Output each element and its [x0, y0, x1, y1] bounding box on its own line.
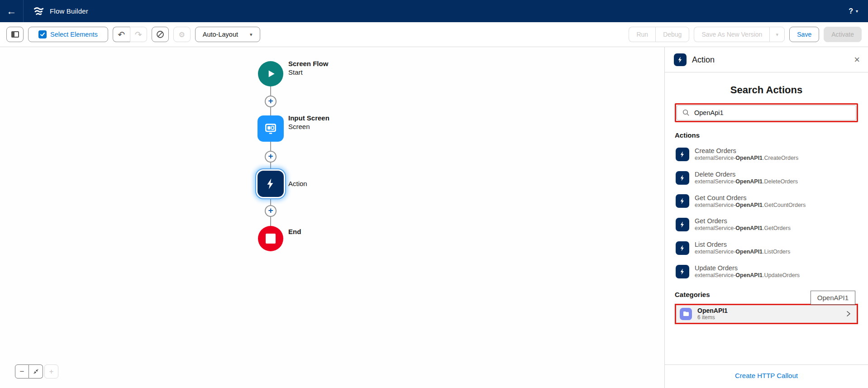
search-field [677, 105, 856, 120]
panel-header: Action × [665, 47, 868, 72]
lightning-icon [264, 177, 277, 190]
start-node[interactable] [258, 61, 283, 86]
start-node-label: Screen Flow Start [288, 60, 328, 76]
action-node-label: Action [288, 180, 307, 187]
action-node-selected[interactable] [258, 171, 284, 197]
subtitle-bold: OpenAPI1 [735, 155, 763, 161]
top-navbar: ← Flow Builder ? ▾ [0, 0, 868, 22]
action-item-subtitle: externalService-OpenAPI1.CreateOrders [695, 155, 798, 162]
activate-button[interactable]: Activate [824, 27, 862, 42]
panel-body: Search Actions Actions [665, 72, 868, 364]
redo-icon: ↷ [135, 30, 142, 39]
action-item-title: Update Orders [695, 264, 800, 272]
activate-label: Activate [831, 31, 854, 38]
action-item-title: Delete Orders [695, 170, 798, 178]
action-list-item[interactable]: Create Orders externalService-OpenAPI1.C… [675, 144, 858, 164]
lightning-icon [676, 265, 689, 278]
action-item-subtitle: externalService-OpenAPI1.GetOrders [695, 225, 791, 232]
action-list-item[interactable]: Get Orders externalService-OpenAPI1.GetO… [675, 215, 858, 235]
action-item-text: Get Orders externalService-OpenAPI1.GetO… [695, 217, 791, 232]
lightning-icon [676, 241, 689, 255]
select-elements-button[interactable]: Select Elements [28, 27, 108, 42]
action-list-item[interactable]: Update Orders externalService-OpenAPI1.U… [675, 262, 858, 282]
actions-section-heading: Actions [675, 131, 858, 139]
subtitle-bold: OpenAPI1 [735, 225, 763, 231]
auto-layout-select[interactable]: Auto-Layout ▾ [195, 27, 260, 42]
search-actions-input[interactable] [694, 109, 850, 116]
select-elements-label: Select Elements [50, 31, 98, 38]
chevron-down-icon: ▾ [250, 32, 253, 38]
zoom-in-button[interactable]: + [44, 364, 58, 378]
subtitle-prefix: externalService- [695, 249, 735, 255]
category-count: 6 items [697, 314, 728, 321]
gear-icon: ⚙ [179, 30, 185, 39]
action-lightning-icon [674, 53, 687, 66]
subtitle-bold: OpenAPI1 [735, 178, 763, 185]
action-item-title: List Orders [695, 240, 790, 249]
lightning-icon [676, 171, 689, 185]
add-element-button-2[interactable]: + [265, 151, 277, 163]
collapse-arrows-icon [33, 368, 39, 375]
plus-icon: + [49, 367, 54, 376]
flow-canvas[interactable]: Screen Flow Start + Input Screen Screen [0, 47, 664, 388]
close-icon[interactable]: × [854, 55, 860, 65]
search-icon [682, 109, 690, 116]
action-item-title: Get Count Orders [695, 194, 806, 202]
start-node-subtitle: Start [288, 68, 328, 76]
help-menu[interactable]: ? ▾ [849, 7, 858, 15]
action-item-text: Create Orders externalService-OpenAPI1.C… [695, 147, 798, 162]
save-button[interactable]: Save [789, 27, 819, 42]
action-item-subtitle: externalService-OpenAPI1.DeleteOrders [695, 178, 798, 186]
lightning-icon [676, 148, 689, 161]
add-element-button-1[interactable]: + [265, 96, 277, 107]
add-element-button-3[interactable]: + [265, 205, 277, 217]
subtitle-prefix: externalService- [695, 272, 735, 278]
screen-node-label: Input Screen Screen [288, 114, 329, 130]
back-arrow-icon: ← [7, 5, 17, 17]
create-http-callout-link[interactable]: Create HTTP Callout [735, 372, 798, 379]
subtitle-bold: OpenAPI1 [735, 272, 763, 278]
save-label: Save [797, 31, 811, 38]
action-list-item[interactable]: Get Count Orders externalService-OpenAPI… [675, 192, 858, 211]
action-list-item[interactable]: Delete Orders externalService-OpenAPI1.D… [675, 168, 858, 188]
save-as-new-version-button[interactable]: Save As New Version [694, 27, 769, 42]
category-openapi1-row[interactable]: OpenAPI1 6 items [675, 304, 858, 324]
debug-button[interactable]: Debug [655, 27, 689, 42]
flow-builder-app: ← Flow Builder ? ▾ Select Elements [0, 0, 868, 388]
fit-to-view-button[interactable] [29, 364, 43, 378]
disable-flow-button[interactable] [152, 27, 169, 42]
select-check-icon [38, 30, 47, 38]
save-options-button[interactable]: ▾ [769, 27, 785, 42]
zoom-controls: − + [15, 364, 58, 378]
lightning-icon [676, 194, 689, 208]
flow-toolbar: Select Elements ↶ ↷ ⚙ Auto-Layout ▾ [0, 22, 868, 47]
screen-node[interactable] [258, 115, 284, 142]
end-node-label: End [288, 228, 301, 235]
subtitle-suffix: .DeleteOrders [763, 178, 798, 185]
undo-button[interactable]: ↶ [113, 27, 130, 42]
action-item-text: Update Orders externalService-OpenAPI1.U… [695, 264, 800, 279]
action-list-item[interactable]: List Orders externalService-OpenAPI1.Lis… [675, 238, 858, 258]
back-button[interactable]: ← [0, 0, 24, 22]
action-item-title: Get Orders [695, 217, 791, 225]
action-item-text: List Orders externalService-OpenAPI1.Lis… [695, 240, 790, 256]
redo-button[interactable]: ↷ [130, 27, 147, 42]
action-item-subtitle: externalService-OpenAPI1.GetCountOrders [695, 202, 806, 209]
subtitle-suffix: .UpdateOrders [763, 272, 800, 278]
chevron-down-icon: ▾ [856, 9, 858, 14]
zoom-out-button[interactable]: − [15, 364, 29, 378]
stop-icon [266, 234, 276, 244]
action-item-text: Get Count Orders externalService-OpenAPI… [695, 194, 806, 209]
end-node[interactable] [258, 226, 283, 251]
subtitle-suffix: .GetCountOrders [763, 202, 806, 208]
run-button[interactable]: Run [629, 27, 655, 42]
action-item-title: Create Orders [695, 147, 798, 155]
flow-builder-logo-icon [32, 5, 45, 18]
chevron-right-icon [845, 310, 852, 317]
lightning-icon [676, 218, 689, 231]
settings-button[interactable]: ⚙ [173, 27, 191, 42]
toggle-panel-button[interactable] [6, 27, 24, 42]
action-item-subtitle: externalService-OpenAPI1.ListOrders [695, 249, 790, 256]
actions-list: Create Orders externalService-OpenAPI1.C… [675, 144, 858, 282]
panel-footer: Create HTTP Callout [665, 364, 868, 388]
